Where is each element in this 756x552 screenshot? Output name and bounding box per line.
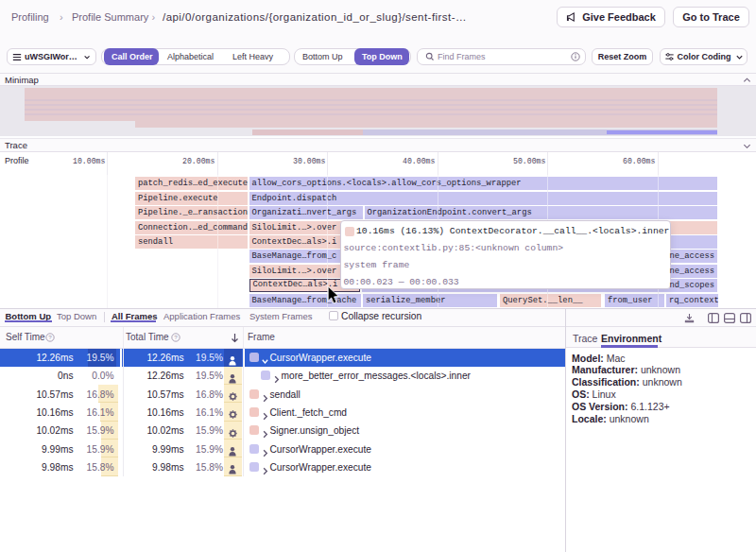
svg-text:?: ? bbox=[174, 334, 178, 340]
svg-text:?: ? bbox=[48, 334, 52, 340]
